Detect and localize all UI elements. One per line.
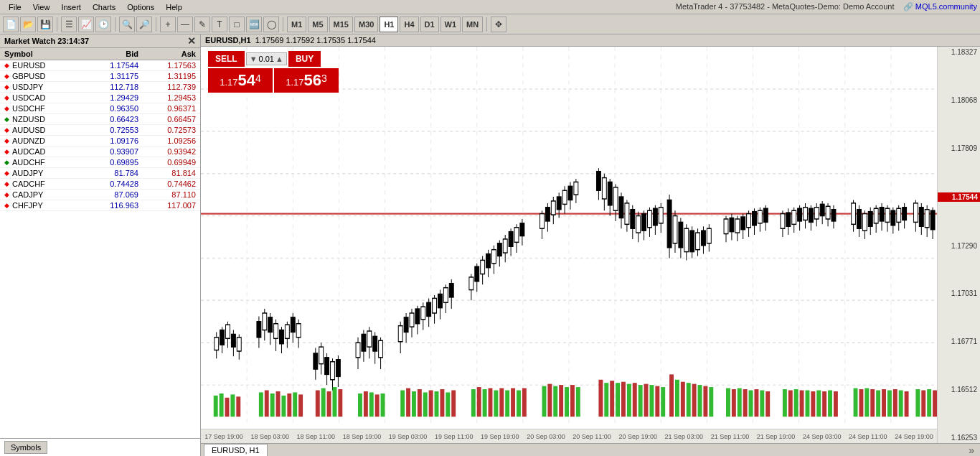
toolbar: 📄 📂 💾 ☰ 📈 🕑 🔍 🔎 + — ✎ T □ 🆕 ◯ M1 M5 M15 … — [0, 14, 980, 34]
market-watch-close[interactable]: ✕ — [187, 36, 196, 46]
svg-rect-64 — [362, 334, 366, 351]
svg-rect-168 — [730, 218, 734, 232]
open-btn[interactable]: 📂 — [20, 17, 36, 32]
market-watch-row[interactable]: ◆ CHFJPY 116.963 117.007 — [0, 200, 200, 211]
svg-rect-82 — [427, 302, 431, 316]
tf-mn[interactable]: MN — [462, 17, 483, 32]
tf-m5[interactable]: M5 — [308, 17, 327, 32]
svg-rect-293 — [681, 382, 685, 417]
buy-price-display: 1.17563 — [274, 68, 339, 93]
zoom-in-btn[interactable]: 🔍 — [119, 17, 135, 32]
menu-options[interactable]: Options — [121, 1, 160, 13]
menu-insert[interactable]: Insert — [55, 1, 87, 13]
fullscreen-btn[interactable]: ✥ — [491, 17, 507, 32]
menu-charts[interactable]: Charts — [87, 1, 121, 13]
svg-rect-246 — [338, 389, 342, 417]
svg-rect-118 — [557, 197, 561, 210]
svg-rect-44 — [280, 330, 284, 344]
market-watch-row[interactable]: ◆ NZDUSD 0.66423 0.66457 — [0, 114, 200, 125]
symbol-label: USDCHF — [12, 104, 45, 113]
menu-file[interactable]: File — [3, 1, 27, 13]
market-watch-row[interactable]: ◆ USDCAD 1.29429 1.29453 — [0, 93, 200, 103]
market-watch-row[interactable]: ◆ AUDNZD 1.09176 1.09256 — [0, 136, 200, 146]
line-btn[interactable]: — — [177, 17, 193, 32]
svg-rect-174 — [747, 214, 751, 228]
symbol-name: ◆ AUDJPY — [4, 169, 81, 177]
symbol-label: AUDUSD — [12, 126, 45, 134]
time-label: 18 Sep 03:00 — [250, 433, 289, 440]
mql5-link[interactable]: 🔗 MQL5.community — [903, 2, 977, 11]
svg-rect-188 — [798, 208, 802, 221]
svg-rect-287 — [644, 384, 649, 417]
svg-rect-180 — [763, 208, 768, 222]
svg-rect-243 — [321, 388, 326, 417]
tf-d1[interactable]: D1 — [420, 17, 439, 32]
svg-rect-126 — [596, 172, 600, 191]
market-watch-row[interactable]: ◆ AUDJPY 81.784 81.814 — [0, 168, 200, 179]
market-watch-row[interactable]: ◆ EURUSD 1.17544 1.17563 — [0, 60, 200, 71]
price-tick-1: 1.18327 — [938, 48, 980, 56]
ask-value: 112.739 — [138, 83, 196, 91]
spread-up-arrow[interactable]: ▲ — [275, 55, 283, 63]
market-watch-header: Market Watch 23:14:37 ✕ — [0, 34, 200, 48]
symbol-name: ◆ CADJPY — [4, 190, 81, 199]
market-watch-row[interactable]: ◆ CADJPY 87.069 87.110 — [0, 190, 200, 200]
crosshair-btn[interactable]: + — [160, 17, 176, 32]
fib-btn[interactable]: 🆕 — [246, 17, 262, 32]
market-watch-row[interactable]: ◆ AUDCHF 0.69895 0.69949 — [0, 157, 200, 168]
svg-rect-34 — [237, 338, 241, 351]
svg-rect-316 — [834, 391, 838, 417]
svg-rect-214 — [885, 208, 890, 222]
svg-rect-300 — [732, 389, 736, 417]
bid-value: 81.784 — [81, 169, 138, 177]
svg-rect-182 — [781, 214, 785, 229]
svg-rect-247 — [358, 394, 362, 417]
ellipse-btn[interactable]: ◯ — [263, 17, 279, 32]
svg-rect-202 — [852, 203, 856, 224]
tf-w1[interactable]: W1 — [440, 17, 461, 32]
svg-rect-120 — [562, 190, 567, 204]
svg-rect-305 — [760, 390, 764, 417]
svg-rect-50 — [296, 324, 301, 338]
menu-view[interactable]: View — [27, 1, 56, 13]
period-btn[interactable]: 🕑 — [95, 17, 111, 32]
svg-rect-292 — [675, 380, 679, 417]
symbols-button[interactable]: Symbols — [4, 441, 47, 454]
chart-container[interactable]: SELL ▼ 0.01 ▲ BUY 1.17544 1.17563 — [201, 47, 980, 443]
svg-rect-166 — [724, 219, 728, 234]
svg-rect-274 — [553, 386, 557, 417]
text-btn[interactable]: T — [212, 17, 227, 32]
tf-m15[interactable]: M15 — [329, 17, 353, 32]
market-watch-footer: Symbols — [0, 438, 200, 456]
market-watch-row[interactable]: ◆ CADCHF 0.74428 0.74462 — [0, 179, 200, 190]
spread-down-arrow[interactable]: ▼ — [250, 55, 258, 63]
menu-help[interactable]: Help — [160, 1, 188, 13]
rect-btn[interactable]: □ — [229, 17, 245, 32]
pen-btn[interactable]: ✎ — [194, 17, 210, 32]
indicators-btn[interactable]: 📈 — [78, 17, 94, 32]
market-watch-row[interactable]: ◆ AUDCAD 0.93907 0.93942 — [0, 146, 200, 157]
market-watch-row[interactable]: ◆ GBPUSD 1.31175 1.31195 — [0, 71, 200, 82]
svg-rect-265 — [489, 388, 493, 417]
svg-rect-327 — [915, 389, 920, 417]
save-btn[interactable]: 💾 — [37, 17, 53, 32]
chart-expand-icon[interactable]: » — [966, 445, 977, 456]
market-watch-row[interactable]: ◆ AUDUSD 0.72553 0.72573 — [0, 125, 200, 136]
time-label: 24 Sep 03:00 — [803, 433, 842, 440]
zoom-out-btn[interactable]: 🔎 — [136, 17, 152, 32]
market-watch-row[interactable]: ◆ USDJPY 112.718 112.739 — [0, 82, 200, 93]
sell-button[interactable]: SELL — [208, 51, 245, 67]
tf-h1[interactable]: H1 — [380, 17, 398, 32]
new-chart-btn[interactable]: 📄 — [3, 17, 19, 32]
chart-tab-eurusd[interactable]: EURUSD, H1 — [204, 444, 268, 456]
svg-rect-110 — [520, 223, 524, 236]
spread-box: ▼ 0.01 ▲ — [246, 52, 287, 65]
profiles-btn[interactable]: ☰ — [61, 17, 77, 32]
tf-m1[interactable]: M1 — [287, 17, 306, 32]
buy-button[interactable]: BUY — [288, 51, 321, 67]
svg-rect-279 — [598, 380, 603, 417]
market-watch-row[interactable]: ◆ USDCHF 0.96350 0.96371 — [0, 103, 200, 114]
tf-m30[interactable]: M30 — [354, 17, 378, 32]
time-label: 21 Sep 11:00 — [711, 433, 750, 440]
tf-h4[interactable]: H4 — [400, 17, 418, 32]
